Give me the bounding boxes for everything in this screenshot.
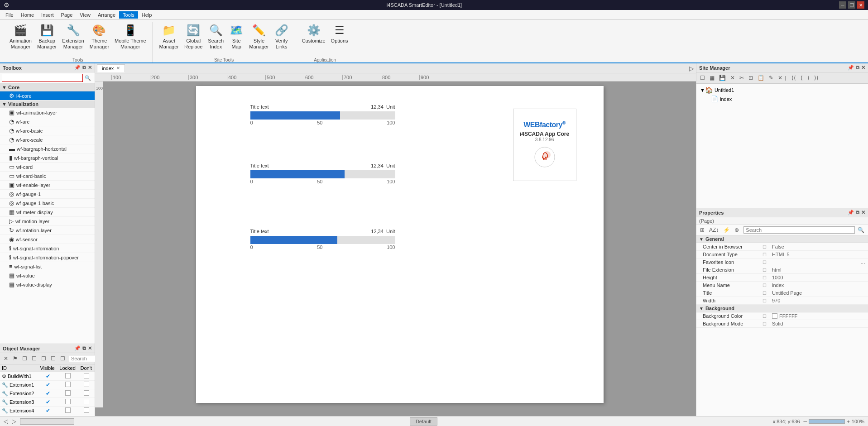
- tree-item-wf-card[interactable]: ▭ wf-card: [0, 163, 95, 172]
- om-locked-extension1[interactable]: [58, 381, 78, 389]
- om-visible-extension3[interactable]: ✔: [38, 398, 58, 407]
- ribbon-btn-verify-links[interactable]: 🔗 VerifyLinks: [272, 23, 291, 51]
- prop-cb-height[interactable]: ☐: [760, 274, 769, 282]
- om-box5-btn[interactable]: ☐: [58, 354, 67, 363]
- tree-item-wf-gauge-1[interactable]: ◎ wf-gauge-1: [0, 190, 95, 199]
- prop-cb-center-browser[interactable]: ☐: [760, 243, 769, 251]
- ribbon-btn-backup-manager[interactable]: 💾 BackupManager: [35, 23, 59, 51]
- ribbon-btn-style-manager[interactable]: ✏️ StyleManager: [247, 23, 271, 51]
- table-row[interactable]: 🔧 Extension1 ✔: [0, 381, 95, 389]
- tree-item-wf-value-display[interactable]: ▤ wf-value-display: [0, 280, 95, 289]
- sm-close2-btn[interactable]: ✕: [776, 74, 784, 82]
- sm-paste-btn[interactable]: 📋: [756, 74, 766, 82]
- om-pin-btn[interactable]: 📌: [74, 345, 81, 351]
- om-box4-btn[interactable]: ☐: [49, 354, 58, 363]
- sm-delete-btn[interactable]: ✕: [729, 74, 737, 82]
- ribbon-btn-mobile-theme-manager[interactable]: 📱 Mobile ThemeManager: [112, 23, 149, 51]
- prop-lightning-btn[interactable]: ⚡: [721, 226, 732, 234]
- tree-item-wf-meter-display[interactable]: ▦ wf-meter-display: [0, 208, 95, 217]
- prop-section-background[interactable]: ▼ Background: [696, 305, 868, 312]
- canvas-wrapper[interactable]: 100 200 300 400 500 600 700 800 900 100 …: [95, 73, 696, 416]
- sm-nav-last-btn[interactable]: ⟩⟩: [812, 74, 820, 82]
- prop-az-btn[interactable]: AZ↕: [707, 226, 720, 234]
- prop-cb-title[interactable]: ☐: [760, 289, 769, 297]
- om-dont-extension2[interactable]: [79, 389, 95, 398]
- tree-item-wf-signal-list[interactable]: ≡ wf-signal-list: [0, 262, 95, 271]
- ribbon-btn-customize[interactable]: ⚙️ Customize: [300, 23, 328, 45]
- ribbon-btn-extension-manager[interactable]: 🔧 ExtensionManager: [60, 23, 86, 51]
- zoom-slider[interactable]: [809, 419, 845, 424]
- statusbar-arrow-right[interactable]: ▷: [12, 418, 16, 425]
- widget-2[interactable]: Title text 12,34 Unit 0 50 100: [250, 163, 395, 184]
- om-box3-btn[interactable]: ☐: [39, 354, 48, 363]
- tree-item-wf-signal-info[interactable]: ℹ wf-signal-information: [0, 244, 95, 253]
- ribbon-btn-options[interactable]: ☰ Options: [329, 23, 350, 45]
- tree-item-wf-signal-info-popover[interactable]: ℹ wf-signal-information-popover: [0, 253, 95, 262]
- om-visible-buildwith1[interactable]: ✔: [38, 372, 58, 381]
- menu-page[interactable]: Page: [58, 11, 77, 19]
- widget-3[interactable]: Title text 12,34 Unit 0 50 100: [250, 229, 395, 250]
- om-locked-buildwith1[interactable]: [58, 372, 78, 381]
- canvas-tab-index[interactable]: index ✕: [97, 64, 125, 72]
- tree-item-wf-motion-layer[interactable]: ▷ wf-motion-layer: [0, 217, 95, 226]
- widget-1[interactable]: Title text 12,34 Unit 0 50 100: [250, 104, 395, 125]
- menu-arrange[interactable]: Arrange: [94, 11, 119, 19]
- tree-item-wf-arc[interactable]: ◔ wf-arc: [0, 117, 95, 126]
- bg-color-swatch[interactable]: [772, 313, 777, 319]
- menu-tools[interactable]: Tools: [119, 11, 138, 19]
- statusbar-scrollbar[interactable]: [20, 418, 74, 425]
- tree-item-wf-sensor[interactable]: ◉ wf-sensor: [0, 235, 95, 244]
- prop-cb-doc-type[interactable]: ☐: [760, 251, 769, 258]
- om-locked-extension3[interactable]: [58, 398, 78, 407]
- prop-cb-bg-color[interactable]: ☐: [760, 312, 769, 320]
- ribbon-btn-global-replace[interactable]: 🔄 GlobalReplace: [182, 23, 205, 51]
- om-dont-extension1[interactable]: [79, 381, 95, 389]
- prop-cb-width[interactable]: ☐: [760, 297, 769, 305]
- menu-home[interactable]: Home: [17, 11, 38, 19]
- sm-tree-index[interactable]: 📄 index: [698, 95, 866, 103]
- minimize-button[interactable]: ─: [839, 1, 846, 9]
- tree-item-wf-animation-layer[interactable]: ▣ wf-animation-layer: [0, 108, 95, 117]
- menu-insert[interactable]: Insert: [38, 11, 58, 19]
- prop-float-btn[interactable]: ⧉: [856, 210, 859, 215]
- toolbox-search-btn[interactable]: 🔍: [83, 74, 93, 82]
- toolbox-float-btn[interactable]: ⧉: [82, 65, 86, 71]
- prop-close-btn[interactable]: ✕: [861, 210, 865, 215]
- ribbon-btn-theme-manager[interactable]: 🎨 ThemeManager: [87, 23, 111, 51]
- close-button[interactable]: ✕: [857, 1, 864, 9]
- tree-item-wf-rotation-layer[interactable]: ↻ wf-rotation-layer: [0, 226, 95, 235]
- om-close-btn[interactable]: ✕: [88, 345, 92, 351]
- sm-new-page-btn[interactable]: ☐: [698, 74, 707, 82]
- om-box1-btn[interactable]: ☐: [20, 354, 29, 363]
- canvas-page[interactable]: Title text 12,34 Unit 0 50 100: [196, 86, 604, 403]
- om-delete-btn[interactable]: ✕: [2, 354, 10, 363]
- prop-cb-favorites-icon[interactable]: ☐: [760, 258, 769, 266]
- sm-float-btn[interactable]: ⧉: [856, 65, 859, 71]
- sm-copy-btn[interactable]: ⊡: [747, 74, 755, 82]
- om-float-btn[interactable]: ⧉: [82, 345, 86, 351]
- sm-nav-prev-btn[interactable]: ⟨: [799, 74, 805, 82]
- om-dont-extension4[interactable]: [79, 407, 95, 415]
- om-visible-extension4[interactable]: ✔: [38, 407, 58, 415]
- zoom-in-btn[interactable]: +: [847, 419, 849, 424]
- om-locked-extension2[interactable]: [58, 389, 78, 398]
- prop-search-btn[interactable]: 🔍: [856, 226, 866, 234]
- ribbon-btn-search-index[interactable]: 🔍 SearchIndex: [206, 23, 226, 51]
- toolbox-close-btn[interactable]: ✕: [88, 65, 92, 71]
- om-dont-buildwith1[interactable]: [79, 372, 95, 381]
- sm-tree-root[interactable]: ▼ 🏠 Untitled1: [698, 86, 866, 95]
- table-row[interactable]: ⚙ BuildWith1 ✔: [0, 372, 95, 381]
- sm-close-btn[interactable]: ✕: [861, 65, 865, 71]
- tree-item-wf-enable-layer[interactable]: ▣ wf-enable-layer: [0, 181, 95, 190]
- om-dont-extension3[interactable]: [79, 398, 95, 407]
- prop-cb-menu-name[interactable]: ☐: [760, 282, 769, 289]
- tree-item-wf-arc-basic[interactable]: ◔ wf-arc-basic: [0, 126, 95, 135]
- tree-item-i4core[interactable]: ⚙ i4-core: [0, 91, 95, 101]
- menu-file[interactable]: File: [2, 11, 17, 19]
- table-row[interactable]: 🔧 Extension4 ✔: [0, 407, 95, 415]
- toolbox-pin-btn[interactable]: 📌: [74, 65, 81, 71]
- tree-item-wf-bargraph-vertical[interactable]: ▮ wf-bargraph-vertical: [0, 153, 95, 163]
- toolbox-visualization-section[interactable]: ▼ Visualization: [0, 101, 95, 108]
- prop-grid-btn[interactable]: ⊞: [698, 226, 706, 234]
- prop-section-general[interactable]: ▼ General: [696, 235, 868, 243]
